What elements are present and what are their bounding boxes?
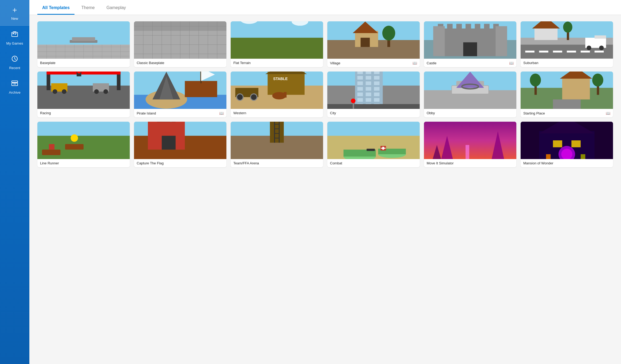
template-label-pirate-island: Pirate Island📖 bbox=[134, 109, 226, 117]
svg-point-98 bbox=[94, 89, 99, 94]
template-card-move-it[interactable]: Move It Simulator bbox=[424, 122, 516, 167]
template-card-obby[interactable]: Obby bbox=[424, 72, 516, 117]
template-name-line-runner: Line Runner bbox=[40, 161, 59, 165]
template-label-team-ffa: Team/FFA Arena bbox=[231, 159, 323, 167]
svg-rect-103 bbox=[185, 81, 217, 97]
tab-theme[interactable]: Theme bbox=[77, 5, 100, 15]
svg-rect-129 bbox=[374, 76, 380, 80]
template-name-combat: Combat bbox=[330, 161, 342, 165]
template-label-village: Village📖 bbox=[327, 59, 420, 67]
svg-rect-169 bbox=[49, 144, 54, 150]
template-card-mansion[interactable]: Mansion of Wonder bbox=[521, 122, 613, 167]
svg-rect-67 bbox=[433, 26, 445, 56]
template-card-starting-place[interactable]: Starting Place📖 bbox=[521, 72, 613, 117]
svg-rect-5 bbox=[12, 81, 18, 82]
svg-rect-209 bbox=[553, 140, 562, 147]
template-name-castle: Castle bbox=[427, 61, 437, 65]
template-label-flat-terrain: Flat Terrain bbox=[231, 59, 323, 67]
template-card-flat-terrain[interactable]: Flat Terrain bbox=[231, 21, 323, 67]
template-card-racing[interactable]: Racing bbox=[37, 72, 130, 117]
my-games-icon bbox=[11, 30, 18, 40]
template-card-castle[interactable]: Castle📖 bbox=[424, 21, 516, 67]
template-card-baseplate[interactable]: Baseplate bbox=[37, 21, 130, 67]
template-label-suburban: Suburban bbox=[521, 59, 613, 67]
sidebar-new-button[interactable]: ＋ New bbox=[0, 0, 29, 26]
svg-point-99 bbox=[103, 89, 108, 94]
svg-rect-75 bbox=[567, 51, 576, 53]
svg-rect-214 bbox=[581, 154, 585, 159]
template-card-combat[interactable]: Combat bbox=[327, 122, 420, 167]
svg-rect-62 bbox=[466, 24, 471, 29]
svg-rect-145 bbox=[327, 104, 420, 109]
svg-rect-167 bbox=[65, 144, 84, 150]
book-icon-castle: 📖 bbox=[509, 61, 514, 65]
svg-point-162 bbox=[592, 74, 603, 86]
svg-point-95 bbox=[53, 89, 57, 94]
template-card-classic-baseplate[interactable]: Classic Baseplate bbox=[134, 21, 226, 67]
svg-rect-128 bbox=[366, 76, 371, 80]
template-name-capture-flag: Capture The Flag bbox=[137, 161, 164, 165]
svg-rect-132 bbox=[374, 81, 380, 85]
template-name-obby: Obby bbox=[427, 111, 435, 115]
template-card-pirate-island[interactable]: Pirate Island📖 bbox=[134, 72, 226, 117]
svg-rect-174 bbox=[162, 136, 176, 150]
svg-rect-90 bbox=[47, 72, 121, 74]
svg-rect-136 bbox=[357, 93, 363, 96]
book-icon-village: 📖 bbox=[412, 61, 417, 65]
svg-marker-111 bbox=[265, 72, 307, 74]
template-label-racing: Racing bbox=[37, 109, 130, 117]
book-icon-starting-place: 📖 bbox=[606, 111, 610, 115]
template-card-western[interactable]: STABLE Western bbox=[231, 72, 323, 117]
svg-point-160 bbox=[530, 74, 541, 86]
template-label-line-runner: Line Runner bbox=[37, 159, 130, 167]
svg-rect-125 bbox=[366, 72, 371, 74]
new-icon: ＋ bbox=[11, 5, 18, 15]
svg-point-96 bbox=[62, 89, 66, 94]
svg-rect-179 bbox=[270, 122, 284, 143]
recent-icon bbox=[11, 55, 18, 64]
tab-all-templates[interactable]: All Templates bbox=[37, 5, 74, 15]
svg-point-148 bbox=[351, 98, 355, 103]
template-card-team-ffa[interactable]: Team/FFA Arena bbox=[231, 122, 323, 167]
svg-rect-77 bbox=[595, 51, 604, 53]
svg-rect-197 bbox=[381, 148, 386, 149]
svg-rect-131 bbox=[366, 81, 371, 85]
tab-gameplay[interactable]: Gameplay bbox=[102, 5, 131, 15]
template-name-move-it: Move It Simulator bbox=[427, 161, 454, 165]
svg-rect-68 bbox=[496, 26, 507, 56]
svg-rect-64 bbox=[484, 24, 490, 29]
svg-point-114 bbox=[237, 94, 243, 100]
svg-rect-45 bbox=[231, 38, 323, 59]
template-name-village: Village bbox=[330, 61, 340, 65]
svg-rect-127 bbox=[357, 76, 363, 80]
template-label-city: City bbox=[327, 109, 420, 117]
sidebar-recent-label: Recent bbox=[9, 66, 20, 70]
sidebar-my-games-label: My Games bbox=[6, 41, 23, 45]
svg-rect-24 bbox=[72, 37, 95, 41]
template-name-flat-terrain: Flat Terrain bbox=[233, 61, 251, 65]
svg-rect-60 bbox=[447, 24, 453, 29]
sidebar-item-recent[interactable]: Recent bbox=[0, 50, 29, 75]
svg-rect-138 bbox=[374, 93, 380, 96]
template-card-line-runner[interactable]: Line Runner bbox=[37, 122, 130, 167]
svg-rect-124 bbox=[357, 72, 363, 74]
svg-rect-72 bbox=[525, 51, 534, 53]
svg-rect-117 bbox=[284, 92, 286, 98]
template-card-suburban[interactable]: Suburban bbox=[521, 21, 613, 67]
template-card-village[interactable]: Village📖 bbox=[327, 21, 420, 67]
svg-rect-126 bbox=[374, 72, 380, 74]
sidebar-item-my-games[interactable]: My Games bbox=[0, 26, 29, 50]
svg-rect-1 bbox=[13, 33, 14, 34]
template-card-city[interactable]: City bbox=[327, 72, 420, 117]
template-name-classic-baseplate: Classic Baseplate bbox=[137, 61, 164, 65]
svg-rect-53 bbox=[361, 38, 370, 47]
template-card-capture-flag[interactable]: Capture The Flag bbox=[134, 122, 226, 167]
sidebar-archive-label: Archive bbox=[9, 90, 20, 94]
template-label-starting-place: Starting Place📖 bbox=[521, 109, 613, 117]
svg-rect-166 bbox=[42, 150, 60, 155]
sidebar-item-archive[interactable]: Archive bbox=[0, 75, 29, 99]
svg-rect-110 bbox=[268, 72, 304, 95]
svg-rect-173 bbox=[157, 122, 176, 122]
sidebar-new-label: New bbox=[11, 17, 18, 21]
template-label-move-it: Move It Simulator bbox=[424, 159, 516, 167]
